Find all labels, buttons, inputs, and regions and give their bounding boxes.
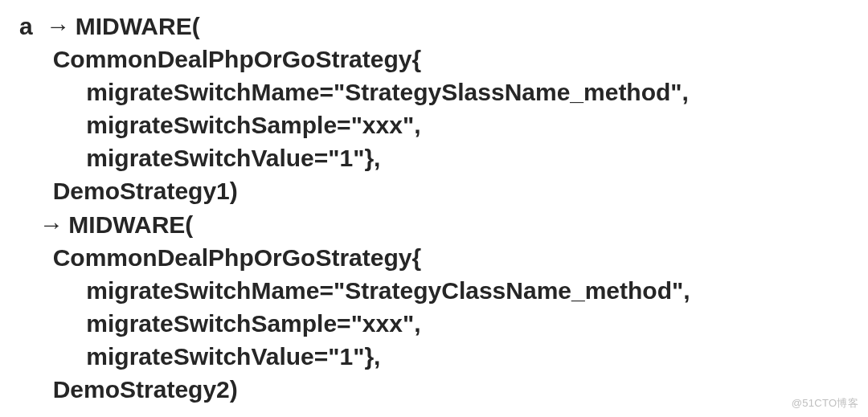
property-line: migrateSwitchSample="xxx", <box>86 310 420 337</box>
midware-keyword: MIDWARE( <box>76 13 200 39</box>
code-block: a → MIDWARE( CommonDealPhpOrGoStrategy{ … <box>0 0 868 406</box>
variable-name: a <box>19 13 33 39</box>
midware-keyword: MIDWARE( <box>68 211 193 238</box>
struct-close: DemoStrategy2) <box>53 376 238 403</box>
property-line: migrateSwitchMame="StrategySlassName_met… <box>86 79 689 105</box>
property-line: migrateSwitchSample="xxx", <box>86 112 420 138</box>
arrow-icon: → <box>39 211 62 238</box>
arrow-icon: → <box>46 13 68 39</box>
struct-open: CommonDealPhpOrGoStrategy{ <box>53 46 421 72</box>
struct-close: DemoStrategy1) <box>53 178 238 204</box>
struct-open: CommonDealPhpOrGoStrategy{ <box>53 244 421 271</box>
property-line: migrateSwitchValue="1"}, <box>86 343 380 370</box>
watermark: @51CTO博客 <box>792 396 858 411</box>
property-line: migrateSwitchValue="1"}, <box>86 145 380 171</box>
property-line: migrateSwitchMame="StrategyClassName_met… <box>86 277 690 304</box>
